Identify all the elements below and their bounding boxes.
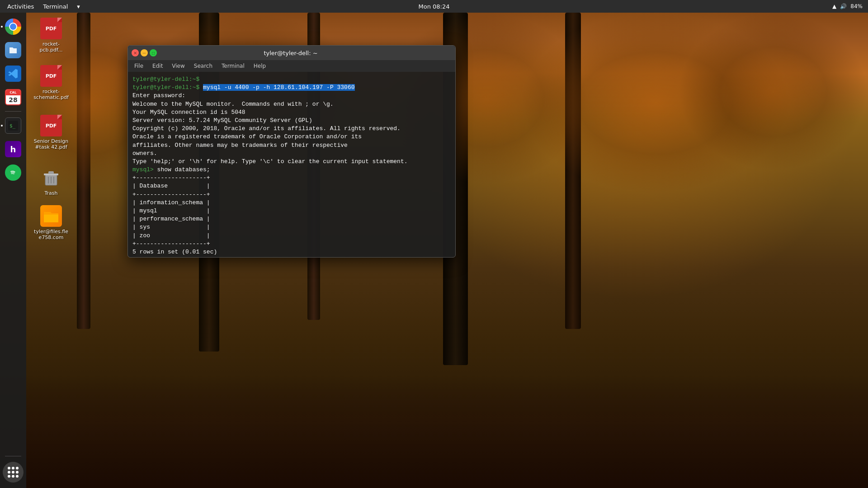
desktop-icon-trash[interactable]: Trash [31, 165, 71, 198]
terminal-window: ✕ ─ □ tyler@tyler-dell: ~ File Edit View… [127, 45, 456, 258]
dock-bottom [3, 455, 24, 488]
term-line-18: | Database | [132, 182, 451, 190]
chrome-icon [5, 19, 21, 35]
term-line-16: mysql> show databases; [132, 166, 451, 174]
folder-icon-tyler-files [40, 205, 62, 227]
terminal-menu-edit[interactable]: Edit [148, 62, 167, 70]
terminal-close-button[interactable]: ✕ [132, 49, 139, 56]
term-line-20: | information_schema | [132, 199, 451, 207]
wifi-icon: ▲ [832, 3, 836, 9]
files-icon [5, 42, 21, 58]
terminal-icon: $_ [5, 117, 21, 134]
dock-separator [5, 111, 21, 112]
show-apps-button[interactable] [3, 462, 24, 483]
pdf-icon-rocket-schematic: PDF [40, 65, 62, 87]
term-line-17: +--------------------+ [132, 174, 451, 182]
hack-icon: h [5, 141, 21, 157]
desktop-icon-label-rocket-schematic: rocket-schematic.pdf [33, 89, 70, 100]
top-panel: Activities Terminal ▾ Mon 08:24 ▲ 🔊 84% [0, 0, 868, 13]
terminal-content[interactable]: tyler@tyler-dell:~$ tyler@tyler-dell:~$ … [128, 72, 455, 257]
term-line-5: Your MySQL connection id is 5048 [132, 108, 451, 117]
desktop-icon-tyler-files[interactable]: tyler@files.flee758.com [31, 203, 71, 242]
terminal-minimize-button[interactable]: ─ [141, 49, 148, 56]
svg-rect-5 [48, 171, 54, 174]
terminal-title: tyler@tyler-dell: ~ [157, 50, 425, 56]
vscode-icon [5, 66, 21, 82]
term-line-19: +--------------------+ [132, 191, 451, 199]
terminal-menubar: File Edit View Search Terminal Help [128, 60, 455, 72]
desktop-icon-senior-design[interactable]: PDF Senior Design #task 42.pdf [31, 113, 71, 152]
term-line-28: mysql> [132, 256, 451, 257]
term-line-11: affiliates. Other names may be trademark… [132, 141, 451, 150]
dock-item-calendar[interactable]: CAL 28 [3, 87, 24, 108]
activities-button[interactable]: Activities [4, 2, 38, 11]
desktop: Activities Terminal ▾ Mon 08:24 ▲ 🔊 84% [0, 0, 868, 488]
spotify-icon [5, 164, 21, 181]
dock-item-files[interactable] [3, 40, 24, 61]
term-line-2: tyler@tyler-dell:~$ mysql -u 4400 -p -h … [132, 84, 451, 92]
calendar-icon: CAL 28 [5, 89, 21, 105]
dock: CAL 28 $_ h [0, 13, 26, 488]
term-line-26: 5 rows in set (0.01 sec) [132, 248, 451, 256]
term-line-25: +--------------------+ [132, 240, 451, 248]
term-line-24: | zoo | [132, 232, 451, 240]
desktop-icon-rocket-pcb[interactable]: PDF rocket-pcb.pdf... [31, 16, 71, 55]
panel-left: Activities Terminal ▾ [0, 2, 832, 11]
terminal-menu-help[interactable]: Help [249, 62, 270, 70]
term-line-10: Oracle is a registered trademark of Orac… [132, 133, 451, 141]
term-line-23: | sys | [132, 223, 451, 231]
terminal-titlebar: ✕ ─ □ tyler@tyler-dell: ~ [128, 46, 455, 60]
pdf-icon-senior-design: PDF [40, 115, 62, 136]
term-line-1: tyler@tyler-dell:~$ [132, 75, 451, 84]
terminal-menu-terminal[interactable]: Terminal [217, 62, 249, 70]
panel-datetime: Mon 08:24 [418, 3, 449, 10]
terminal-menu-dropdown[interactable]: ▾ [73, 2, 84, 11]
dock-item-vscode[interactable] [3, 63, 24, 84]
term-line-22: | performance_schema | [132, 215, 451, 223]
term-line-3: Enter password: [132, 92, 451, 100]
term-line-14: Type 'help;' or '\h' for help. Type '\c'… [132, 158, 451, 166]
terminal-menu-button[interactable]: Terminal [39, 2, 71, 11]
term-line-12: owners. [132, 150, 451, 158]
dock-item-hack[interactable]: h [3, 139, 24, 160]
term-line-21: | mysql | [132, 207, 451, 215]
term-line-6: Server version: 5.7.24 MySQL Community S… [132, 117, 451, 125]
desktop-icon-label-tyler-files: tyler@files.flee758.com [33, 229, 70, 240]
terminal-window-controls: ✕ ─ □ [132, 49, 157, 56]
desktop-icon-label-trash: Trash [44, 190, 57, 196]
terminal-maximize-button[interactable]: □ [150, 49, 157, 56]
terminal-menu-view[interactable]: View [167, 62, 189, 70]
svg-text:$_: $_ [9, 123, 16, 129]
terminal-menu-search[interactable]: Search [189, 62, 217, 70]
desktop-icon-label-senior-design: Senior Design #task 42.pdf [33, 138, 70, 150]
show-apps-grid-icon [8, 467, 19, 478]
dock-item-chrome[interactable] [3, 16, 24, 37]
term-line-8: Copyright (c) 2000, 2018, Oracle and/or … [132, 125, 451, 133]
term-line-4: Welcome to the MySQL monitor. Commands e… [132, 100, 451, 108]
terminal-menu-file[interactable]: File [130, 62, 148, 70]
pdf-icon-rocket-pcb: PDF [40, 18, 62, 39]
dock-item-terminal[interactable]: $_ [3, 115, 24, 136]
panel-right: ▲ 🔊 84% [832, 3, 868, 9]
desktop-icon-rocket-schematic[interactable]: PDF rocket-schematic.pdf [31, 63, 71, 102]
dock-separator-2 [5, 456, 21, 456]
trash-icon [40, 167, 62, 188]
sound-icon: 🔊 [840, 3, 847, 9]
battery-icon: 84% [850, 3, 863, 9]
desktop-icon-label-rocket-pcb: rocket-pcb.pdf... [33, 41, 70, 53]
dock-item-spotify[interactable] [3, 162, 24, 183]
